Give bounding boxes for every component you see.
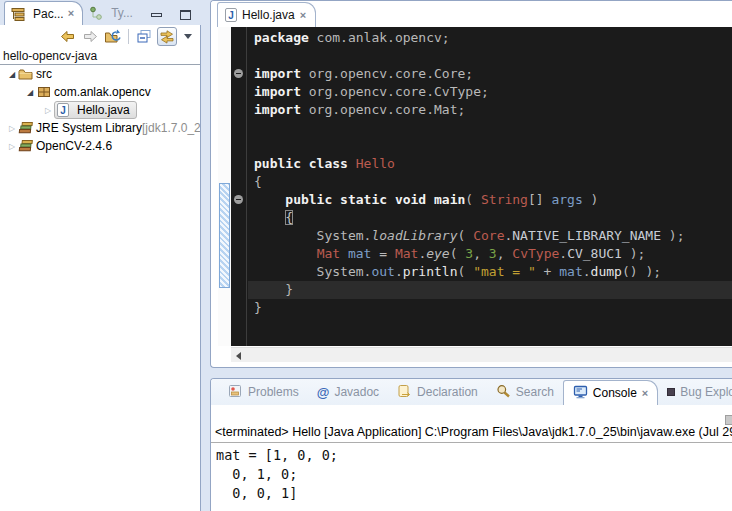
- horizontal-scrollbar[interactable]: [231, 347, 732, 362]
- link-with-editor-button[interactable]: [157, 27, 177, 46]
- tree-item-label: com.anlak.opencv: [54, 85, 151, 99]
- collapsed-arrow-icon[interactable]: ▷: [42, 106, 54, 115]
- java-file-icon: J: [225, 8, 237, 22]
- collapsed-arrow-icon[interactable]: ▷: [6, 124, 18, 133]
- code-line[interactable]: [248, 119, 732, 137]
- code-editor: package com.anlak.opencv; import org.ope…: [218, 27, 732, 346]
- method-range-indicator: [219, 183, 230, 288]
- eclipse-workbench: { "package_explorer": { "tab_package": "…: [0, 0, 732, 511]
- package-explorer-icon: [11, 7, 29, 21]
- tab-console[interactable]: Console ×: [563, 380, 658, 405]
- link-with-editor-icon: [158, 29, 176, 45]
- tree-item-src[interactable]: ◢ src: [0, 65, 200, 83]
- package-explorer-tree: hello-opencv-java ◢ src ◢ com.anlak.open…: [0, 48, 200, 155]
- code-line[interactable]: }: [248, 281, 732, 299]
- code-line[interactable]: package com.anlak.opencv;: [248, 29, 732, 47]
- fold-collapse-icon[interactable]: [234, 195, 243, 204]
- code-line[interactable]: import org.opencv.core.Mat;: [248, 101, 732, 119]
- go-up-button[interactable]: [103, 27, 123, 46]
- expanded-arrow-icon[interactable]: ◢: [6, 70, 18, 79]
- console-icon: [573, 385, 588, 402]
- javadoc-icon: @: [317, 385, 330, 400]
- code-line[interactable]: import org.opencv.core.CvType;: [248, 83, 732, 101]
- code-line[interactable]: {: [248, 209, 732, 227]
- code-line[interactable]: [248, 47, 732, 65]
- code-line[interactable]: public static void main( String[] args ): [248, 191, 732, 209]
- editor-tab-hello-java[interactable]: J Hello.java ×: [217, 2, 316, 27]
- tab-package-explorer[interactable]: Pac... ×: [4, 1, 83, 25]
- minimize-button[interactable]: [146, 5, 166, 24]
- tree-item-label: JRE System Library: [36, 121, 142, 135]
- collapse-all-button[interactable]: [134, 27, 154, 46]
- code-line[interactable]: }: [248, 299, 732, 317]
- view-menu-button[interactable]: [184, 34, 192, 39]
- collapsed-arrow-icon[interactable]: ▷: [6, 142, 18, 151]
- code-line[interactable]: {: [248, 173, 732, 191]
- tab-label: Ty...: [111, 6, 133, 20]
- console-status-line: <terminated> Hello [Java Application] C:…: [211, 423, 732, 443]
- fold-margin[interactable]: [231, 27, 247, 346]
- package-explorer-panel: Pac... × Ty...: [0, 0, 201, 511]
- tree-item-label: OpenCV-2.4.6: [36, 139, 112, 153]
- scroll-left-arrow-icon[interactable]: [231, 348, 246, 363]
- tree-item-jre-library[interactable]: ▷ JRE System Library [jdk1.7.0_25]: [0, 119, 200, 137]
- up-folder-icon: [104, 29, 122, 44]
- tab-type-hierarchy[interactable]: Ty...: [83, 1, 141, 25]
- tab-javadoc[interactable]: @ Javadoc: [308, 379, 388, 405]
- library-icon: [18, 139, 36, 153]
- tab-label: Pac...: [33, 7, 64, 21]
- tab-search[interactable]: Search: [487, 379, 563, 405]
- editor-panel: J Hello.java × package com.anlak.opencv;…: [210, 0, 732, 368]
- console-toolbar-button[interactable]: [725, 415, 732, 425]
- console-output[interactable]: mat = [1, 0, 0; 0, 1, 0; 0, 0, 1]: [211, 443, 732, 503]
- back-button[interactable]: [57, 27, 77, 46]
- annotation-ruler[interactable]: [218, 27, 231, 346]
- code-line[interactable]: [248, 137, 732, 155]
- project-root-row[interactable]: hello-opencv-java: [0, 48, 200, 65]
- tab-label: Search: [516, 385, 554, 399]
- tab-declaration[interactable]: Declaration: [388, 379, 487, 405]
- code-lines[interactable]: package com.anlak.opencv; import org.ope…: [248, 27, 732, 346]
- tree-item-hello-java[interactable]: ▷ J Hello.java: [0, 101, 200, 119]
- toolbar-separator: [128, 29, 129, 44]
- tab-label: Console: [593, 386, 637, 400]
- code-line[interactable]: System.loadLibrary( Core.NATIVE_LIBRARY_…: [248, 227, 732, 245]
- editor-tab-bar: J Hello.java ×: [211, 1, 732, 27]
- back-arrow-icon: [59, 29, 76, 44]
- editor-tab-label: Hello.java: [242, 8, 295, 22]
- code-line[interactable]: public class Hello: [248, 155, 732, 173]
- close-icon[interactable]: ×: [68, 8, 74, 19]
- jre-version-decoration: [jdk1.7.0_25]: [142, 121, 200, 135]
- view-window-buttons: [146, 5, 195, 24]
- selected-item-highlight[interactable]: J Hello.java: [54, 101, 137, 119]
- bug-explorer-icon: [667, 388, 675, 396]
- maximize-button[interactable]: [175, 5, 195, 24]
- forward-arrow-icon: [82, 29, 99, 44]
- code-line[interactable]: import org.opencv.core.Core;: [248, 65, 732, 83]
- fold-collapse-icon[interactable]: [234, 69, 243, 78]
- console-output-line: 0, 0, 1]: [216, 484, 732, 503]
- package-explorer-body: hello-opencv-java ◢ src ◢ com.anlak.open…: [0, 25, 201, 511]
- tab-label: Bug Explorer: [680, 385, 732, 399]
- tab-bug-explorer[interactable]: Bug Explorer: [658, 379, 732, 405]
- tree-item-label: Hello.java: [77, 103, 130, 117]
- collapse-all-icon: [136, 29, 152, 44]
- close-icon[interactable]: ×: [642, 388, 648, 399]
- code-area[interactable]: package com.anlak.opencv; import org.ope…: [231, 27, 732, 346]
- source-folder-icon: [18, 67, 36, 81]
- problems-icon: [228, 384, 243, 401]
- tab-problems[interactable]: Problems: [219, 379, 308, 405]
- code-line[interactable]: System.out.println( "mat = " + mat.dump(…: [248, 263, 732, 281]
- tree-item-label: src: [36, 67, 52, 81]
- tree-item-package[interactable]: ◢ com.anlak.opencv: [0, 83, 200, 101]
- tree-item-opencv-library[interactable]: ▷ OpenCV-2.4.6: [0, 137, 200, 155]
- console-output-line: mat = [1, 0, 0;: [216, 446, 732, 465]
- forward-button[interactable]: [80, 27, 100, 46]
- close-icon[interactable]: ×: [300, 10, 306, 21]
- tab-label: Problems: [248, 385, 299, 399]
- package-explorer-toolbar: [0, 25, 200, 48]
- java-file-icon: J: [57, 103, 75, 117]
- code-line[interactable]: Mat mat = Mat.eye( 3, 3, CvType.CV_8UC1 …: [248, 245, 732, 263]
- expanded-arrow-icon[interactable]: ◢: [24, 88, 36, 97]
- console-panel: Problems @ Javadoc Declaration Search Co…: [210, 378, 732, 511]
